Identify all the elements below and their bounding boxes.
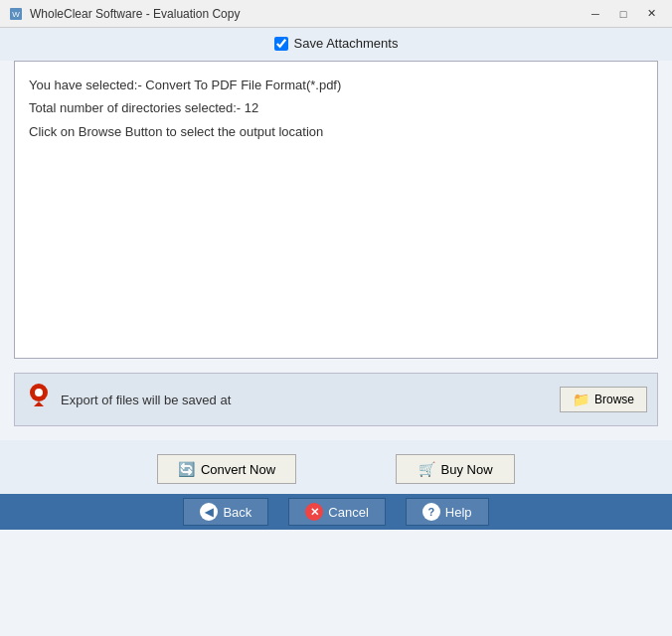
buy-icon: 🛒 [419, 461, 435, 477]
export-label: Export of files will be saved at [61, 393, 552, 407]
buy-label: Buy Now [441, 462, 493, 477]
window-controls: ─ □ ✕ [583, 4, 664, 24]
save-attachments-label[interactable]: Save Attachments [294, 36, 399, 51]
titlebar: W WholeClear Software - Evaluation Copy … [0, 0, 672, 28]
bottom-nav-bar: ◀ Back ✕ Cancel ? Help [0, 494, 672, 530]
info-line-1: You have selected:- Convert To PDF File … [29, 74, 643, 96]
help-button[interactable]: ? Help [406, 498, 489, 526]
buy-now-button[interactable]: 🛒 Buy Now [396, 454, 515, 484]
svg-marker-4 [34, 401, 44, 406]
convert-label: Convert Now [201, 462, 275, 477]
save-attachments-row: Save Attachments [0, 28, 672, 61]
info-line-3: Click on Browse Button to select the out… [29, 120, 643, 143]
info-line-2: Total number of directories selected:- 1… [29, 96, 643, 119]
app-icon: W [8, 6, 24, 22]
save-attachments-checkbox[interactable] [274, 37, 288, 51]
cancel-button[interactable]: ✕ Cancel [288, 498, 385, 526]
export-row: Export of files will be saved at 📁 Brows… [14, 373, 658, 426]
window-title: WholeClear Software - Evaluation Copy [30, 7, 583, 21]
help-label: Help [445, 505, 472, 520]
cancel-label: Cancel [328, 505, 368, 520]
svg-point-3 [35, 389, 43, 397]
location-icon [25, 382, 53, 417]
convert-now-button[interactable]: 🔄 Convert Now [157, 454, 296, 484]
help-icon: ? [422, 503, 440, 521]
back-icon: ◀ [200, 503, 218, 521]
minimize-button[interactable]: ─ [583, 4, 608, 24]
back-button[interactable]: ◀ Back [183, 498, 268, 526]
convert-icon: 🔄 [178, 461, 195, 477]
browse-label: Browse [594, 393, 634, 406]
folder-icon: 📁 [573, 392, 589, 407]
cancel-icon: ✕ [305, 503, 323, 521]
svg-text:W: W [12, 10, 20, 19]
action-row: 🔄 Convert Now 🛒 Buy Now [0, 440, 672, 494]
back-label: Back [223, 505, 252, 520]
close-button[interactable]: ✕ [638, 4, 664, 24]
maximize-button[interactable]: □ [610, 4, 636, 24]
info-box: You have selected:- Convert To PDF File … [14, 61, 658, 359]
browse-button[interactable]: 📁 Browse [560, 387, 647, 412]
